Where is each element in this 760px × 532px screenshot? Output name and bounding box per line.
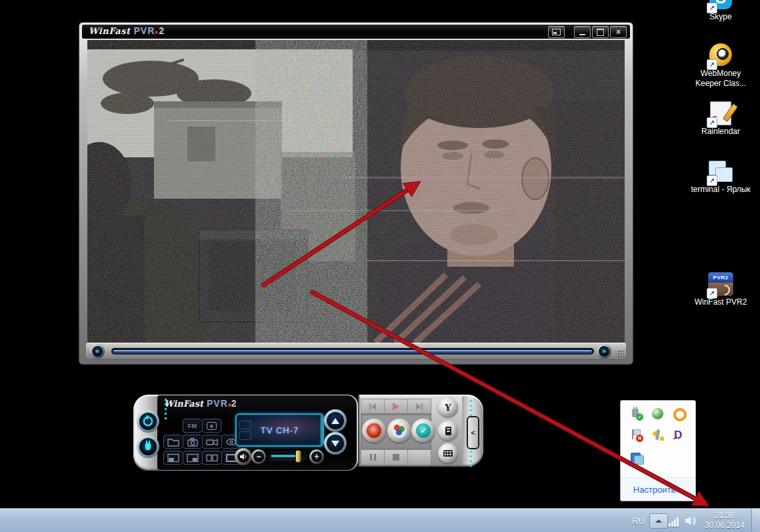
desktop-icon-winfast-pvr2[interactable]: PVR2 ↗ WinFast PVR2 [689,271,753,307]
terminal-icon: ↗ [708,159,733,185]
desktop-icon-skype[interactable]: S ↗ Skype [689,0,753,22]
stop-button[interactable] [385,450,408,465]
pause-button[interactable] [361,450,385,465]
shortcut-arrow-icon: ↗ [707,117,717,128]
download-master-icon[interactable]: D✓ [673,429,686,442]
playlist-button[interactable] [438,421,458,441]
desktop-icon-rainlendar[interactable]: ↗ Rainlendar [689,100,753,137]
show-hidden-icons-button[interactable] [649,513,668,529]
display-mode-pip-button[interactable] [163,451,183,465]
clock[interactable]: 21:38 30.06.2014 [699,509,751,532]
standby-button[interactable] [137,435,159,458]
channel-down-button[interactable] [324,432,347,455]
time: 21:38 [715,511,735,521]
shortcut-arrow-icon: ↗ [707,3,717,13]
rainlendar-icon: ↗ [708,101,733,127]
play-icon [393,403,399,411]
desktop-icon-webmoney[interactable]: ↗ WebMoney Keeper Clas... [689,42,753,89]
remote-deck-panel: ✓ Y < [358,395,483,467]
skype-icon: S ↗ [708,0,733,12]
tool-icon[interactable] [651,429,665,442]
snapshot-button[interactable] [183,435,202,449]
flag-alert-icon[interactable]: ✕ [630,429,643,442]
lcd-mini-icons [239,421,251,440]
volume-tray-icon[interactable] [684,514,697,527]
transport-bar: « » [86,343,626,360]
date: 30.06.2014 [705,521,745,531]
pip-layout-icon [167,453,179,463]
open-file-button[interactable] [163,435,183,449]
winfast-pvr2-icon: PVR2 ↗ [708,272,733,297]
customize-link[interactable]: Настроить... [633,485,683,495]
epg-button[interactable]: e [202,419,221,433]
display-mode-sub-button[interactable] [183,451,202,465]
minimize-button[interactable] [574,26,591,38]
timeshift-button[interactable]: ✓ [411,419,435,443]
logo-red-dot [155,31,158,34]
mute-button[interactable] [235,448,252,465]
power-icon [143,417,153,426]
volume-up-button[interactable]: + [309,449,324,464]
shortcut-arrow-icon: ↗ [707,175,717,186]
snapshot-round-button[interactable] [387,419,411,443]
forward-icon: » [599,346,609,357]
record-button[interactable] [362,419,386,443]
keypad-icon [443,450,453,457]
lcd-text: TV CH-7 [261,425,299,435]
titlebar[interactable]: WinFastPVR2 × [82,25,630,39]
collapse-handle[interactable]: < [467,416,479,449]
plus-icon: + [311,451,322,462]
tv-video-area[interactable] [87,40,625,343]
layered-cards-icon[interactable] [630,450,643,463]
fm-button[interactable]: FM [183,419,202,433]
desktop-icon-terminal[interactable]: ↗ terminal - Ярлык [689,158,753,195]
language-indicator[interactable]: RU [629,509,647,532]
next-icon [416,403,421,410]
deck-bottom-row [361,449,431,465]
desktop-icon-label: Skype [689,12,753,22]
folder-icon [167,437,179,447]
deck-empty-cell [408,450,431,465]
previous-button[interactable] [361,399,385,414]
orange-ring-icon[interactable] [673,407,686,421]
next-button[interactable] [408,399,431,414]
stop-icon [393,454,399,461]
usb-safely-remove-icon[interactable]: ✓ [630,407,643,421]
speaker-icon [239,453,247,461]
volume-slider[interactable] [269,452,306,460]
compact-mode-button[interactable] [548,26,565,38]
left-chevron-icon: < [471,429,475,437]
rewind-icon: « [92,346,103,357]
timeshift-icon: ✓ [416,423,431,438]
play-button[interactable] [385,399,408,414]
keypad-button[interactable] [438,443,458,463]
channel-up-button[interactable] [324,409,347,432]
show-desktop-button[interactable] [751,509,760,532]
desktop-icon-label: WinFast PVR2 [689,297,753,307]
minimize-icon [579,34,585,35]
rewind-button[interactable]: « [90,344,105,359]
settings-button[interactable]: Y [438,397,458,417]
resize-grip[interactable] [617,350,624,358]
media-sphere-icon[interactable] [651,407,665,421]
maximize-button[interactable] [592,26,609,38]
channel-lcd-display: TV CH-7 [235,413,324,447]
volume-handle[interactable] [295,450,301,463]
tv-noisy-frame [87,40,625,343]
seek-slider[interactable] [111,348,594,355]
up-arrow-icon [331,418,339,424]
display-mode-dual-button[interactable] [202,451,221,465]
volume-down-button[interactable]: − [251,449,266,464]
seek-progress [113,350,592,353]
forward-button[interactable]: » [597,344,611,359]
record-icon [367,423,381,438]
deck-top-row [361,399,431,415]
close-button[interactable]: × [610,26,627,38]
chevron-up-icon [655,519,662,523]
remote-logo: WinFastPVR2 [164,398,237,411]
power-button[interactable] [137,410,159,433]
network-tray-icon[interactable] [669,515,682,527]
taskbar[interactable]: RU 21:38 30.06.2014 [0,508,760,532]
video-source-button[interactable] [202,435,221,449]
app-logo: WinFastPVR2 [89,25,164,38]
